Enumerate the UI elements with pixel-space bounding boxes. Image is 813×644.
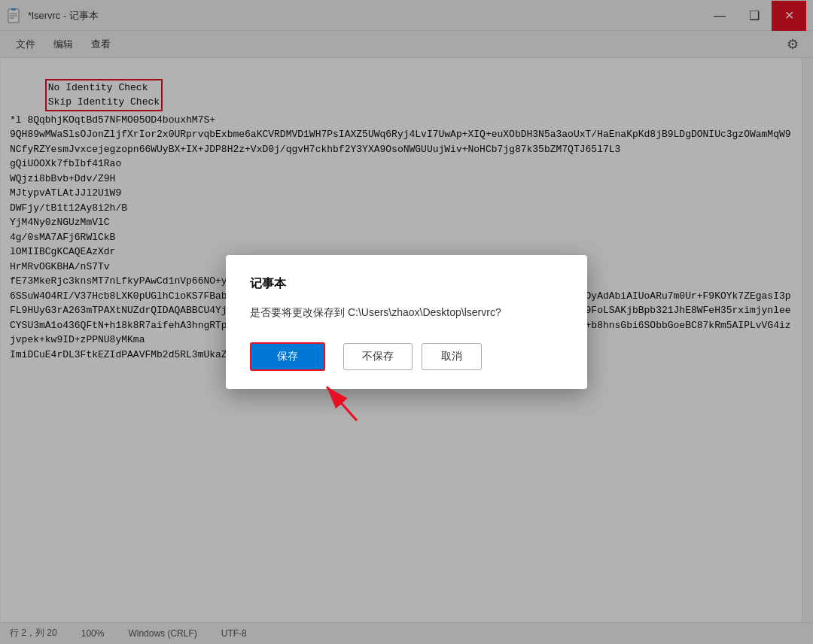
nosave-button[interactable]: 不保存	[343, 343, 413, 370]
cancel-button[interactable]: 取消	[422, 343, 482, 370]
svg-line-5	[327, 387, 357, 421]
dialog-overlay: 记事本 是否要将更改保存到 C:\Users\zhaox\Desktop\lse…	[1, 1, 812, 643]
arrow-indicator	[319, 379, 364, 424]
dialog-buttons: 保存 不保存 取消	[250, 342, 563, 371]
save-dialog: 记事本 是否要将更改保存到 C:\Users\zhaox\Desktop\lse…	[226, 255, 587, 388]
save-button[interactable]: 保存	[250, 342, 325, 371]
dialog-title: 记事本	[250, 276, 563, 292]
dialog-message: 是否要将更改保存到 C:\Users\zhaox\Desktop\lservrc…	[250, 304, 563, 320]
main-window: *lservrc - 记事本 — ❑ ✕ 文件 编辑 查看 ⚙ No Ident…	[0, 0, 813, 644]
